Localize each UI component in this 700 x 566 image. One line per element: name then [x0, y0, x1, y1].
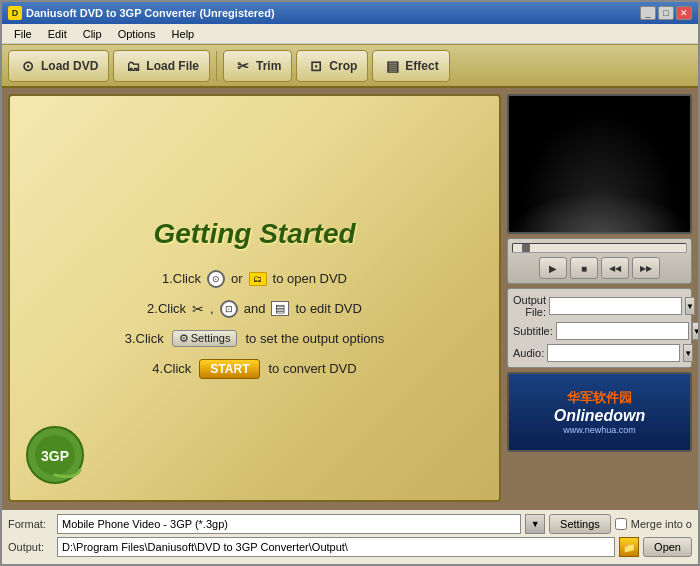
step3-gear-icon: ⚙: [179, 332, 189, 345]
title-bar: D Daniusoft DVD to 3GP Converter (Unregi…: [2, 2, 698, 24]
menu-edit[interactable]: Edit: [40, 27, 75, 41]
logo-3gp: 3GP: [25, 425, 85, 485]
subtitle-dropdown[interactable]: ▼: [692, 322, 698, 340]
audio-dropdown[interactable]: ▼: [683, 344, 693, 362]
preview-display: [509, 96, 690, 232]
menu-help[interactable]: Help: [164, 27, 203, 41]
audio-label: Audio:: [513, 347, 544, 359]
close-button[interactable]: ✕: [676, 6, 692, 20]
minimize-button[interactable]: _: [640, 6, 656, 20]
app-icon: D: [8, 6, 22, 20]
step2-crop-icon: ⊡: [220, 300, 238, 318]
subtitle-label: Subtitle:: [513, 325, 553, 337]
load-file-label: Load File: [146, 59, 199, 73]
playback-bar: ▶ ■ ◀◀ ▶▶: [507, 238, 692, 284]
preview-wave: [509, 192, 690, 232]
step-1: 1.Click ⊙ or 🗂 to open DVD: [162, 270, 347, 288]
output-file-dropdown[interactable]: ▼: [685, 297, 695, 315]
brand-english-title: Onlinedown: [554, 407, 646, 425]
menu-bar: File Edit Clip Options Help: [2, 24, 698, 44]
format-input[interactable]: [57, 514, 521, 534]
app-window: D Daniusoft DVD to 3GP Converter (Unregi…: [0, 0, 700, 566]
subtitle-input[interactable]: [556, 322, 689, 340]
brand-url: www.newhua.com: [563, 425, 636, 435]
title-bar-controls: _ □ ✕: [640, 6, 692, 20]
play-button[interactable]: ▶: [539, 257, 567, 279]
effect-icon: ▤: [383, 57, 401, 75]
getting-started-title: Getting Started: [153, 218, 355, 250]
open-button[interactable]: Open: [643, 537, 692, 557]
content-panel: Getting Started 1.Click ⊙ or 🗂 to open D…: [8, 94, 501, 502]
format-row: Format: ▼ Settings Merge into o: [8, 514, 692, 534]
step4-start-button[interactable]: START: [199, 359, 260, 379]
toolbar-separator-1: [216, 51, 217, 81]
output-path-label: Output:: [8, 541, 53, 553]
load-dvd-button[interactable]: ⊙ Load DVD: [8, 50, 109, 82]
output-file-label: Output File:: [513, 294, 546, 318]
steps: 1.Click ⊙ or 🗂 to open DVD 2.Click ✂ , ⊡…: [125, 270, 385, 379]
step1-circle-icon: ⊙: [207, 270, 225, 288]
step3-settings-button[interactable]: ⚙ Settings: [172, 330, 238, 347]
brand-panel: 华军软件园 Onlinedown www.newhua.com: [507, 372, 692, 452]
menu-clip[interactable]: Clip: [75, 27, 110, 41]
output-fields: Output File: ▼ Subtitle: ▼ Audio: ▼: [507, 288, 692, 368]
load-file-icon: 🗂: [124, 57, 142, 75]
format-label: Format:: [8, 518, 53, 530]
settings-button[interactable]: Settings: [549, 514, 611, 534]
crop-button[interactable]: ⊡ Crop: [296, 50, 368, 82]
audio-input[interactable]: [547, 344, 680, 362]
step-3: 3.Click ⚙ Settings to set the output opt…: [125, 330, 385, 347]
trim-icon: ✂: [234, 57, 252, 75]
merge-label: Merge into o: [631, 518, 692, 530]
output-file-input[interactable]: [549, 297, 682, 315]
stop-button[interactable]: ■: [570, 257, 598, 279]
format-dropdown[interactable]: ▼: [525, 514, 545, 534]
playback-controls: ▶ ■ ◀◀ ▶▶: [512, 257, 687, 279]
title-bar-left: D Daniusoft DVD to 3GP Converter (Unregi…: [8, 6, 275, 20]
rewind-button[interactable]: ◀◀: [601, 257, 629, 279]
svg-text:3GP: 3GP: [41, 448, 69, 464]
load-file-button[interactable]: 🗂 Load File: [113, 50, 210, 82]
trim-label: Trim: [256, 59, 281, 73]
effect-button[interactable]: ▤ Effect: [372, 50, 449, 82]
preview-area: [507, 94, 692, 234]
load-dvd-icon: ⊙: [19, 57, 37, 75]
toolbar: ⊙ Load DVD 🗂 Load File ✂ Trim ⊡ Crop ▤ E…: [2, 44, 698, 88]
window-title: Daniusoft DVD to 3GP Converter (Unregist…: [26, 7, 275, 19]
menu-options[interactable]: Options: [110, 27, 164, 41]
forward-button[interactable]: ▶▶: [632, 257, 660, 279]
subtitle-row: Subtitle: ▼: [513, 322, 686, 340]
effect-label: Effect: [405, 59, 438, 73]
step2-bar-icon: ▤: [271, 301, 289, 316]
step-4: 4.Click START to convert DVD: [152, 359, 356, 379]
menu-file[interactable]: File: [6, 27, 40, 41]
step1-folder-icon: 🗂: [249, 272, 267, 286]
merge-checkbox[interactable]: [615, 518, 627, 530]
right-panel: ▶ ■ ◀◀ ▶▶ Output File: ▼ Subtitle: ▼: [507, 94, 692, 502]
step-2: 2.Click ✂ , ⊡ and ▤ to edit DVD: [147, 300, 362, 318]
seek-thumb: [522, 244, 530, 252]
seek-bar[interactable]: [512, 243, 687, 253]
output-path-input[interactable]: [57, 537, 615, 557]
brand-chinese-title: 华军软件园: [567, 389, 632, 407]
output-row: Output: 📁 Open: [8, 537, 692, 557]
trim-button[interactable]: ✂ Trim: [223, 50, 292, 82]
maximize-button[interactable]: □: [658, 6, 674, 20]
crop-icon: ⊡: [307, 57, 325, 75]
step2-scissors-icon: ✂: [192, 301, 204, 317]
output-file-row: Output File: ▼: [513, 294, 686, 318]
load-dvd-label: Load DVD: [41, 59, 98, 73]
main-area: Getting Started 1.Click ⊙ or 🗂 to open D…: [2, 88, 698, 508]
bottom-bar: Format: ▼ Settings Merge into o Output: …: [2, 508, 698, 564]
audio-row: Audio: ▼: [513, 344, 686, 362]
crop-label: Crop: [329, 59, 357, 73]
browse-button[interactable]: 📁: [619, 537, 639, 557]
